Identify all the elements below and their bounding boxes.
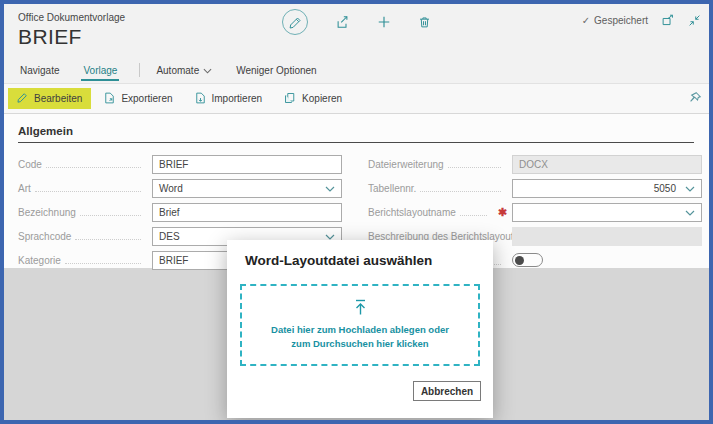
field-row-code: Code (18, 152, 342, 176)
share-icon (335, 15, 350, 29)
beschreibung-input (512, 227, 702, 246)
chevron-down-icon (325, 183, 335, 194)
edit-button[interactable] (282, 9, 308, 35)
dotted-leader (80, 206, 141, 216)
section-title[interactable]: Allgemein (18, 125, 73, 137)
kopieren-button[interactable]: Kopieren (275, 88, 351, 110)
add-button[interactable] (377, 15, 391, 29)
dialog-title: Word-Layoutdatei auswählen (245, 253, 432, 268)
chevron-down-icon (685, 207, 695, 218)
chevron-down-icon (685, 183, 695, 194)
dateierweiterung-input (512, 155, 702, 174)
check-icon: ✓ (582, 15, 590, 26)
action-toolbar: Bearbeiten Exportieren Importieren (4, 84, 709, 114)
dotted-leader (460, 206, 487, 216)
collapse-button[interactable] (688, 14, 701, 27)
copy-icon (284, 92, 296, 106)
field-label: Bezeichnung (18, 207, 76, 218)
tab-navigate[interactable]: Navigate (18, 59, 61, 81)
dropzone-text: Datei hier zum Hochladen ablegen oder zu… (271, 323, 449, 352)
bezeichnung-input[interactable] (152, 203, 342, 222)
dotted-leader (420, 182, 501, 192)
page-header: Office Dokumentvorlage BRIEF (4, 4, 709, 56)
popout-icon (661, 14, 675, 27)
exportieren-button[interactable]: Exportieren (95, 88, 181, 110)
tab-vorlage[interactable]: Vorlage (81, 59, 119, 81)
field-label: Code (18, 159, 42, 170)
popout-button[interactable] (661, 14, 675, 27)
app-window: Office Dokumentvorlage BRIEF (0, 0, 713, 424)
import-icon (195, 92, 206, 106)
toggle-switch[interactable] (512, 253, 543, 267)
dotted-leader (448, 158, 501, 168)
delete-button[interactable] (418, 15, 431, 29)
file-dropzone[interactable]: Datei hier zum Hochladen ablegen oder zu… (240, 284, 480, 366)
field-label: Kategorie (18, 255, 61, 266)
export-icon (104, 92, 115, 106)
save-status-label: Gespeichert (594, 15, 648, 26)
chevron-down-icon (203, 65, 212, 76)
dotted-leader (75, 230, 141, 240)
tab-divider (139, 63, 140, 77)
importieren-button[interactable]: Importieren (186, 88, 272, 110)
field-label: Art (18, 183, 31, 194)
toggle-knob (515, 256, 524, 265)
tab-weniger-optionen[interactable]: Weniger Optionen (234, 59, 318, 81)
berichtslayoutname-select[interactable] (512, 203, 702, 222)
section-divider (18, 142, 694, 143)
field-label: Tabellennr. (368, 183, 416, 194)
word-layout-dialog: Word-Layoutdatei auswählen Datei hier zu… (227, 240, 493, 418)
art-select[interactable]: Word (152, 179, 342, 198)
field-label: Dateierweiterung (368, 159, 444, 170)
tabellennr-select[interactable]: 5050 (512, 179, 702, 198)
cancel-button[interactable]: Abbrechen (413, 381, 481, 401)
required-asterisk: ✱ (498, 206, 507, 219)
pin-icon (688, 91, 702, 108)
share-button[interactable] (335, 15, 350, 29)
edit-icon (289, 16, 302, 29)
pin-button[interactable] (688, 91, 702, 109)
field-row-berichtslayoutname: Berichtslayoutname ✱ (368, 200, 702, 224)
delete-icon (418, 15, 431, 29)
bearbeiten-button[interactable]: Bearbeiten (8, 88, 91, 109)
save-status: ✓ Gespeichert (582, 15, 648, 26)
field-row-art: Art Word (18, 176, 342, 200)
dotted-leader (46, 158, 141, 168)
code-input[interactable] (152, 155, 342, 174)
menu-tab-bar: Navigate Vorlage Automate Weniger Option… (4, 56, 709, 84)
field-label: Berichtslayoutname (368, 207, 456, 218)
upload-arrow-icon (353, 299, 368, 320)
field-row-dateierweiterung: Dateierweiterung (368, 152, 702, 176)
field-label: Sprachcode (18, 231, 71, 242)
header-status-area: ✓ Gespeichert (582, 14, 701, 27)
field-row-bezeichnung: Bezeichnung (18, 200, 342, 224)
pencil-icon (17, 92, 28, 105)
add-icon (377, 15, 391, 29)
field-row-tabellennr: Tabellennr. 5050 (368, 176, 702, 200)
dotted-leader (65, 254, 141, 264)
collapse-icon (688, 14, 701, 27)
tab-automate[interactable]: Automate (154, 59, 214, 81)
dotted-leader (35, 182, 141, 192)
